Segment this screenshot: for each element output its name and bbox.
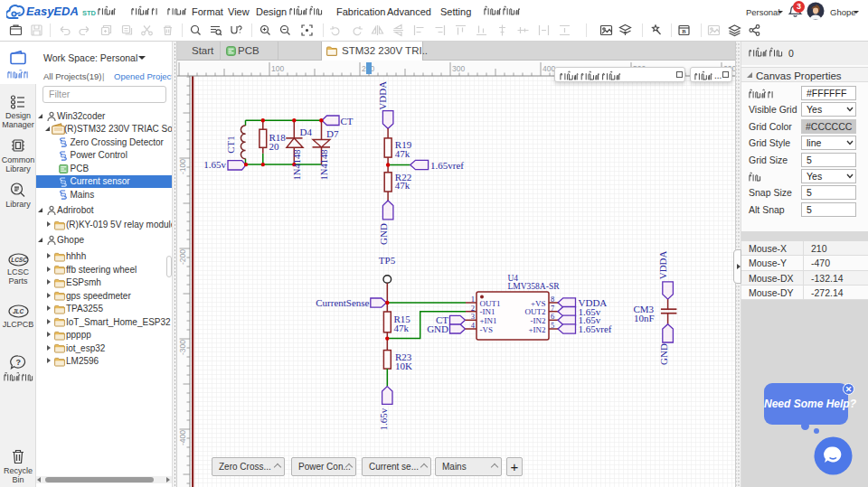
svg-text:-VS: -VS (480, 325, 494, 334)
svg-text:-400: -400 (178, 430, 187, 445)
svg-text:1: 1 (471, 295, 475, 304)
svg-text:1.65v: 1.65v (378, 407, 389, 430)
svg-text:1.65v: 1.65v (203, 159, 226, 170)
svg-text:VDDA: VDDA (378, 81, 389, 110)
svg-text:D4: D4 (300, 126, 313, 137)
svg-text:TP5: TP5 (379, 255, 396, 266)
svg-text:+IN1: +IN1 (480, 316, 497, 325)
svg-text:5: 5 (551, 321, 554, 330)
svg-text:STD: STD (82, 9, 97, 17)
svg-text:D7: D7 (326, 128, 339, 139)
svg-text:1N4148: 1N4148 (319, 150, 329, 181)
svg-text:3: 3 (471, 312, 475, 321)
svg-text:GND: GND (658, 343, 669, 365)
svg-text:-300: -300 (178, 340, 187, 355)
svg-text:2: 2 (471, 304, 475, 313)
svg-text:EasyEDA: EasyEDA (26, 5, 79, 18)
svg-text:VDDA: VDDA (658, 250, 669, 279)
svg-text:7: 7 (551, 304, 554, 313)
svg-text:47k: 47k (394, 323, 410, 333)
svg-text:10K: 10K (395, 361, 412, 371)
svg-text:+VS: +VS (531, 299, 546, 308)
svg-text:?: ? (16, 358, 22, 367)
svg-text:1.65vref: 1.65vref (579, 323, 612, 334)
svg-text:-100: -100 (178, 159, 187, 174)
svg-text:300: 300 (452, 64, 465, 73)
svg-text:-IN1: -IN1 (480, 307, 495, 316)
svg-text:JLC: JLC (13, 308, 24, 314)
svg-text:1.65vref: 1.65vref (430, 160, 464, 171)
svg-text:-200: -200 (178, 249, 187, 265)
svg-text:LMV358A-SR: LMV358A-SR (508, 282, 561, 291)
svg-text:10nF: 10nF (634, 313, 655, 323)
svg-text:CurrentSense: CurrentSense (316, 297, 369, 308)
svg-text:OUT1: OUT1 (480, 299, 501, 308)
svg-text:8: 8 (551, 295, 554, 304)
svg-text:100: 100 (271, 64, 284, 73)
svg-text:47k: 47k (395, 148, 410, 159)
svg-text:CT: CT (341, 116, 354, 126)
svg-text:CT1: CT1 (225, 136, 236, 154)
svg-text:20: 20 (269, 141, 280, 152)
svg-text:GND: GND (378, 223, 389, 245)
svg-text:GND: GND (427, 323, 448, 334)
svg-text:47k: 47k (395, 180, 410, 191)
svg-text:LCSC: LCSC (11, 257, 27, 263)
svg-text:6: 6 (551, 312, 554, 321)
svg-text:1N4148: 1N4148 (292, 150, 302, 181)
svg-text:OUT2: OUT2 (525, 307, 546, 316)
svg-text:B: B (682, 28, 686, 34)
svg-text:+IN2: +IN2 (528, 325, 545, 334)
svg-text:-IN2: -IN2 (531, 316, 546, 325)
